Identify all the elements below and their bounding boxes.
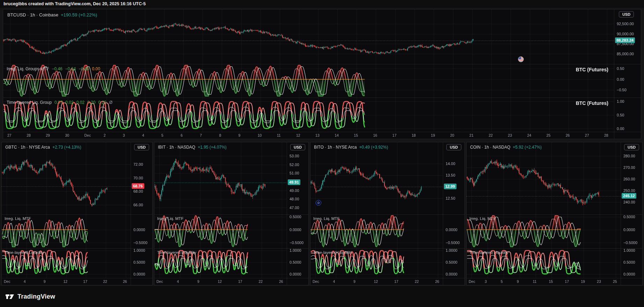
indicator-tick: 1.00: [617, 99, 624, 103]
pane-title-label: Time-layered Liquidity: [157, 250, 196, 255]
indicator-tick: 1.0000: [290, 248, 301, 252]
currency-button[interactable]: USD: [134, 144, 149, 150]
price-tick: 14.00: [446, 162, 455, 166]
tradingview-logo-icon: [5, 292, 15, 301]
last-price-badge: 245.12: [622, 193, 636, 199]
indicator-tick: 0.0000: [133, 228, 145, 232]
date-label: 2: [104, 133, 106, 137]
date-label: 8: [219, 133, 221, 137]
indicator-tick: 1.0000: [446, 248, 458, 252]
price-tick: 66.00: [133, 203, 143, 207]
date-label: 23: [508, 133, 512, 137]
date-label: 10: [258, 133, 262, 137]
indicator-tick: 0.0000: [290, 272, 301, 276]
date-label: 5: [501, 279, 503, 284]
chart-header-gbtc: GBTC · 1h · NYSE Arca+2.73 (+4.13%): [5, 144, 81, 150]
pane-title-label: Irreg. Liq. MTF: [5, 216, 31, 221]
pane-title[interactable]: Irreg. Liq. MTF: [313, 216, 339, 221]
pane-title[interactable]: Irreg. Liq. MTF: [469, 216, 496, 221]
pane-value: 0.00: [92, 66, 100, 71]
pane-value: −0.64: [65, 66, 76, 71]
price-tick: 13.50: [446, 173, 455, 177]
date-label: 22: [489, 133, 493, 137]
pane-title[interactable]: Irreg. Liq. MTF: [5, 216, 31, 221]
date-label: 26: [279, 279, 283, 284]
chart-header-bito: BITO · 1h · NYSE Arca+0.49 (+3.92%): [314, 144, 388, 150]
date-label: 17: [565, 279, 569, 284]
date-label: 25: [613, 279, 617, 284]
last-price-badge: 68.76: [132, 183, 144, 189]
date-label: 13: [315, 133, 320, 137]
price-tick: 260.00: [623, 177, 635, 181]
date-label: 4: [333, 279, 335, 284]
pane-title[interactable]: Time-layered Liquidity: [469, 250, 508, 255]
chart-canvas-coin[interactable]: [467, 142, 643, 285]
symbol-title: IBIT · 1h · NASDAQ: [158, 145, 195, 150]
symbol-change: +190.59 (+0.22%): [61, 12, 97, 17]
us-flag-event-icon[interactable]: [518, 56, 524, 62]
pane-value: −0.40: [79, 66, 89, 71]
symbol-change: +1.95 (+4.07%): [198, 145, 227, 150]
symbol-change: +5.92 (+2.47%): [513, 145, 542, 150]
date-label: 17: [393, 133, 397, 137]
currency-button[interactable]: USD: [446, 144, 461, 150]
indicator-tick: 0.0000: [623, 272, 635, 276]
currency-button[interactable]: USD: [290, 144, 305, 150]
chart-panel-gbtc[interactable]: GBTC · 1h · NYSE Arca+2.73 (+4.13%)USD72…: [1, 142, 153, 285]
date-label: 3: [123, 133, 125, 137]
pane-title[interactable]: Time-layered Liquidity: [313, 250, 352, 255]
currency-button[interactable]: USD: [624, 144, 639, 150]
last-price-badge: 12.99: [444, 184, 456, 189]
pane-title[interactable]: Time-layered Liquidity: [157, 250, 196, 255]
chart-header-ibit: IBIT · 1h · NASDAQ+1.95 (+4.07%): [158, 144, 227, 150]
last-price-badge: 49.91: [288, 179, 300, 185]
pane-title[interactable]: Time-layered Liq. Group0.070.020.020.200…: [7, 100, 112, 105]
date-label: 4: [142, 133, 144, 137]
chart-canvas-btcusd[interactable]: [3, 9, 641, 139]
pane-value: 0.07: [54, 100, 63, 105]
pane-title[interactable]: Irreg. Liq. Groups MTF−0.46−0.64−0.400.0…: [7, 66, 100, 71]
date-label: Dec: [4, 279, 10, 284]
chart-canvas-ibit[interactable]: [154, 142, 309, 285]
price-tick: 72.00: [133, 162, 143, 166]
chart-panel-ibit[interactable]: IBIT · 1h · NASDAQ+1.95 (+4.07%)USD53.00…: [154, 142, 309, 285]
chart-panel-btcusd[interactable]: BTCUSD · 1h · Coinbase+190.59 (+0.22%)US…: [3, 9, 641, 139]
pane-value: 0.02: [76, 100, 85, 105]
price-tick: 280.00: [623, 154, 635, 158]
date-label: Dec: [156, 279, 163, 284]
indicator-tick: 0.00: [617, 77, 624, 81]
date-label: 9: [239, 133, 241, 137]
date-label: 11: [533, 279, 537, 284]
date-label: 3: [485, 279, 487, 284]
symbol-title: GBTC · 1h · NYSE Arca: [5, 145, 50, 150]
date-label: 9: [517, 279, 519, 284]
indicator-tick: 1.0000: [133, 248, 145, 252]
pane-title[interactable]: Time-layered Liquidity: [5, 250, 44, 255]
indicator-tick: 1.0000: [623, 248, 635, 252]
pane-title-label: Irreg. Liq. MTF: [469, 216, 496, 221]
price-tick: 92,500.00: [617, 22, 634, 26]
date-label: 28: [604, 133, 608, 137]
indicator-tick: −0.5000: [623, 241, 637, 245]
date-label: 20: [450, 133, 454, 137]
chart-canvas-bito[interactable]: [310, 142, 465, 285]
chart-panel-bito[interactable]: BITO · 1h · NYSE Arca+0.49 (+3.92%)USD14…: [310, 142, 465, 285]
footer-brand-text: TradingView: [17, 293, 55, 300]
chart-canvas-gbtc[interactable]: [2, 142, 153, 285]
attribution-bar: brucegibbs created with TradingView.com,…: [0, 0, 644, 8]
chart-header-coin: COIN · 1h · NASDAQ+5.92 (+2.47%): [470, 144, 542, 150]
pane-value: Ø: [109, 100, 112, 105]
indicator-tick: 0.0000: [290, 228, 301, 232]
date-label: 9: [197, 279, 199, 284]
indicator-tick: 0.0000: [446, 272, 458, 276]
date-label: 7: [200, 133, 202, 137]
pane-value: −0.46: [52, 66, 62, 71]
date-label: 12: [374, 279, 378, 284]
chart-panel-coin[interactable]: COIN · 1h · NASDAQ+5.92 (+2.47%)USD280.0…: [466, 142, 643, 285]
currency-button[interactable]: USD: [619, 11, 634, 17]
date-label: Dec: [313, 279, 319, 284]
indicator-tick: 0.00: [617, 127, 624, 131]
date-label: 26: [566, 133, 570, 137]
pane-title[interactable]: Irreg. Liq. MTF: [157, 216, 183, 221]
date-label: 17: [83, 279, 87, 284]
